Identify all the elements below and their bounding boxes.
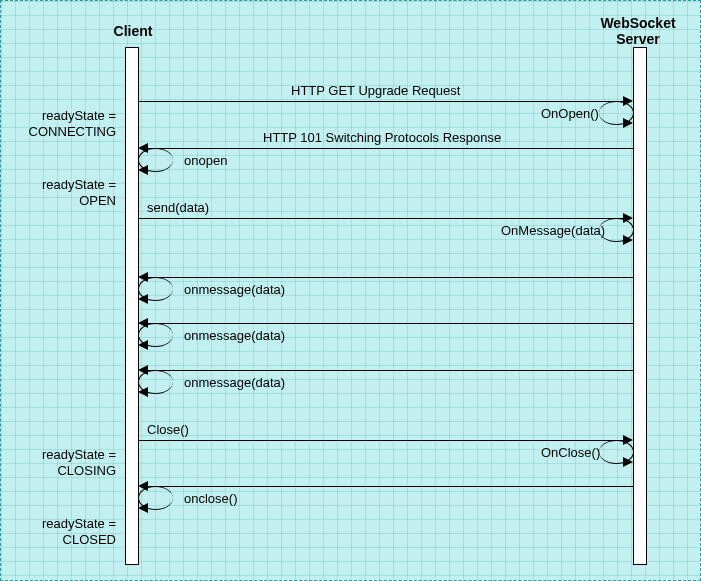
arrow-resp3 (148, 370, 633, 371)
msg-http-101: HTTP 101 Switching Protocols Response (263, 130, 501, 145)
arrow-http-get (138, 101, 623, 102)
state-connecting: readyState = CONNECTING (11, 108, 116, 139)
participant-client: Client (93, 23, 173, 39)
arrowhead-onmessage-server (623, 235, 633, 245)
state-closed: readyState = CLOSED (11, 516, 116, 547)
arrow-send (138, 218, 623, 219)
state-closing: readyState = CLOSING (11, 447, 116, 478)
state-open: readyState = OPEN (11, 177, 116, 208)
lifeline-server (633, 47, 647, 565)
sequence-diagram: Client WebSocket Server readyState = CON… (0, 0, 701, 581)
arrowhead-onmessage2 (138, 340, 148, 350)
msg-http-get: HTTP GET Upgrade Request (291, 83, 460, 98)
msg-onmessage3: onmessage(data) (184, 375, 285, 390)
msg-onopen-client: onopen (184, 153, 227, 168)
participant-server: WebSocket Server (583, 15, 693, 47)
msg-onmessage2: onmessage(data) (184, 328, 285, 343)
arrow-close-resp (148, 486, 633, 487)
msg-onmessage-server: OnMessage(data) (501, 223, 605, 238)
arrowhead-onopen-server (623, 118, 633, 128)
arrowhead-onmessage1 (138, 294, 148, 304)
msg-close: Close() (147, 422, 189, 437)
lifeline-client (125, 47, 139, 565)
arrow-resp1 (148, 277, 633, 278)
msg-onmessage1: onmessage(data) (184, 282, 285, 297)
msg-onclose-client: onclose() (184, 491, 237, 506)
arrowhead-onclose-server (623, 457, 633, 467)
msg-onclose-server: OnClose() (541, 445, 600, 460)
arrowhead-onopen-client (138, 165, 148, 175)
msg-onopen-server: OnOpen() (541, 106, 599, 121)
arrow-resp2 (148, 323, 633, 324)
arrowhead-onclose-client (138, 503, 148, 513)
arrow-http-101 (148, 148, 633, 149)
msg-send: send(data) (147, 200, 209, 215)
arrow-close (138, 440, 623, 441)
arrowhead-onmessage3 (138, 387, 148, 397)
